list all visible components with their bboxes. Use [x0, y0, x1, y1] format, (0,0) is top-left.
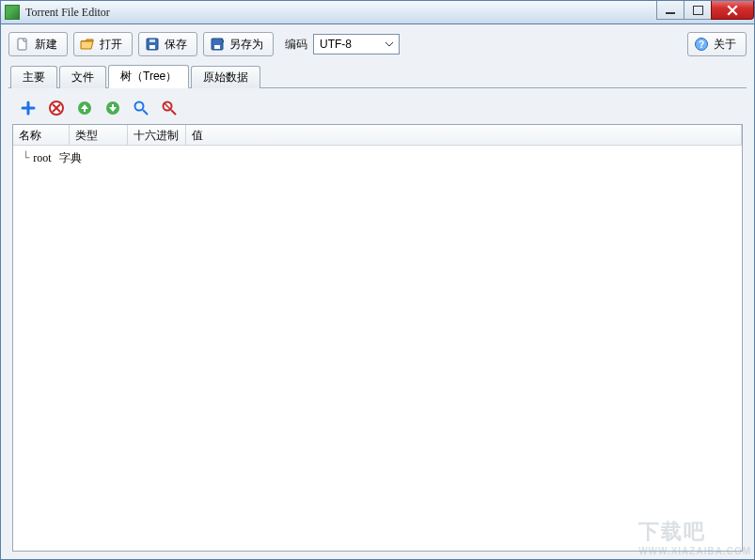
- save-as-label: 另存为: [229, 37, 263, 53]
- minimize-button[interactable]: [656, 1, 684, 20]
- tree-toolbar: [12, 96, 743, 124]
- col-hex-header[interactable]: 十六进制: [128, 125, 186, 145]
- svg-rect-0: [18, 39, 26, 50]
- tree-node-type: 字典: [59, 150, 82, 166]
- encoding-combo[interactable]: UTF-8: [313, 34, 400, 54]
- col-type-header[interactable]: 类型: [70, 125, 128, 145]
- svg-rect-3: [149, 39, 155, 42]
- tab-tree[interactable]: 树（Tree）: [108, 65, 189, 88]
- tab-main-label: 主要: [23, 70, 45, 84]
- folder-open-icon: [80, 37, 95, 52]
- save-button[interactable]: 保存: [138, 32, 197, 56]
- tree-node-name: root: [33, 151, 51, 165]
- new-file-icon: [15, 37, 30, 52]
- svg-rect-2: [149, 45, 155, 49]
- maximize-button[interactable]: [684, 1, 712, 20]
- encoding-label: 编码: [285, 37, 307, 53]
- tree-grid-body[interactable]: └ root 字典: [13, 146, 742, 551]
- save-label: 保存: [165, 37, 187, 53]
- col-value-header[interactable]: 值: [186, 125, 742, 145]
- chevron-down-icon: [383, 38, 396, 51]
- tree-grid-header: 名称 类型 十六进制 值: [13, 125, 742, 146]
- tab-main[interactable]: 主要: [10, 66, 57, 88]
- about-label: 关于: [714, 37, 736, 53]
- tree-branch-icon: └: [23, 151, 29, 164]
- main-toolbar: 新建 打开 保存 另存为 编码 UTF-8: [8, 32, 747, 56]
- tab-tree-label: 树（Tree）: [120, 70, 177, 83]
- find-icon[interactable]: [133, 100, 149, 117]
- tree-grid: 名称 类型 十六进制 值 └ root 字典: [12, 124, 743, 552]
- open-button[interactable]: 打开: [73, 32, 133, 56]
- add-icon[interactable]: [20, 100, 37, 117]
- tab-files-label: 文件: [71, 70, 94, 84]
- delete-icon[interactable]: [48, 100, 65, 117]
- app-icon: [5, 5, 20, 20]
- svg-rect-5: [214, 45, 220, 49]
- window-controls: [657, 1, 754, 20]
- about-button[interactable]: ? 关于: [687, 32, 747, 56]
- svg-text:?: ?: [699, 39, 704, 50]
- save-icon: [145, 37, 160, 52]
- close-button[interactable]: [711, 1, 754, 20]
- save-as-icon: [210, 37, 225, 52]
- move-up-icon[interactable]: [76, 100, 93, 117]
- col-name-header[interactable]: 名称: [13, 125, 70, 145]
- tab-strip: 主要 文件 树（Tree） 原始数据: [8, 64, 747, 88]
- svg-point-11: [135, 102, 144, 111]
- find-replace-icon[interactable]: [161, 100, 178, 117]
- tab-raw[interactable]: 原始数据: [191, 66, 260, 88]
- new-label: 新建: [35, 37, 57, 53]
- help-icon: ?: [694, 37, 709, 52]
- titlebar: Torrent File Editor: [0, 0, 755, 24]
- save-as-button[interactable]: 另存为: [203, 32, 274, 56]
- tree-tabpage: 名称 类型 十六进制 值 └ root 字典: [8, 88, 747, 555]
- tree-row[interactable]: └ root 字典: [17, 149, 738, 166]
- tab-raw-label: 原始数据: [203, 70, 248, 84]
- move-down-icon[interactable]: [104, 100, 121, 117]
- window-title: Torrent File Editor: [25, 6, 110, 20]
- encoding-value: UTF-8: [320, 38, 352, 51]
- new-button[interactable]: 新建: [8, 32, 68, 56]
- client-area: 新建 打开 保存 另存为 编码 UTF-8: [0, 24, 755, 560]
- tab-files[interactable]: 文件: [59, 66, 106, 88]
- open-label: 打开: [100, 37, 122, 53]
